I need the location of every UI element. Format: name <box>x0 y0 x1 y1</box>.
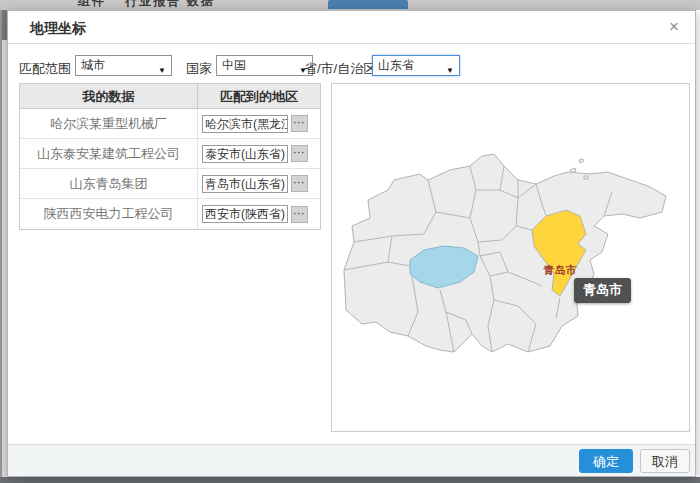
matched-region-input[interactable]: 西安市(陕西省) <box>202 205 288 223</box>
matched-region-input[interactable]: 泰安市(山东省) <box>202 145 288 163</box>
province-value: 山东省 <box>378 58 414 72</box>
match-table: 我的数据 匹配到的地区 哈尔滨某重型机械厂 哈尔滨市(黑龙江 ··· 山东泰安某… <box>19 83 321 230</box>
more-options-button[interactable]: ··· <box>291 206 308 223</box>
background-tabs-text: 组件 行业报告 数据 <box>78 0 215 10</box>
province-select[interactable]: 山东省 ▼ <box>372 55 460 76</box>
background-bottom-edge <box>0 477 700 483</box>
matched-region-cell: 青岛市(山东省) ··· <box>197 169 320 198</box>
dialog-header: 地理坐标 × <box>8 11 695 44</box>
matched-region-cell: 哈尔滨市(黑龙江 ··· <box>197 109 320 138</box>
my-data-cell: 陕西西安电力工程公司 <box>20 205 197 223</box>
map-province-outline[interactable] <box>344 154 666 352</box>
table-row: 山东泰安某建筑工程公司 泰安市(山东省) ··· <box>20 139 320 169</box>
country-value: 中国 <box>222 58 246 72</box>
background-active-tab <box>328 0 408 9</box>
match-scope-value: 城市 <box>81 58 105 72</box>
country-label: 国家 <box>186 60 212 78</box>
background-left-edge <box>0 10 7 477</box>
table-header-row: 我的数据 匹配到的地区 <box>20 84 320 109</box>
cancel-button[interactable]: 取消 <box>640 449 690 473</box>
my-data-cell: 山东青岛集团 <box>20 175 197 193</box>
matched-region-input[interactable]: 哈尔滨市(黑龙江 <box>202 115 288 133</box>
table-row: 山东青岛集团 青岛市(山东省) ··· <box>20 169 320 199</box>
matched-region-cell: 泰安市(山东省) ··· <box>197 139 320 168</box>
dialog-footer: 确定 取消 <box>8 444 695 476</box>
more-options-button[interactable]: ··· <box>291 115 308 132</box>
matched-region-input[interactable]: 青岛市(山东省) <box>202 175 288 193</box>
country-select[interactable]: 中国 ▼ <box>216 55 313 76</box>
map-tooltip: 青岛市 <box>574 278 631 303</box>
chevron-down-icon: ▼ <box>446 61 454 80</box>
background-page-strip: 组件 行业报告 数据 <box>0 0 700 10</box>
my-data-cell: 山东泰安某建筑工程公司 <box>20 145 197 163</box>
table-header-matched-region: 匹配到的地区 <box>197 84 320 108</box>
more-options-button[interactable]: ··· <box>291 145 308 162</box>
shandong-map: 青岛市 <box>332 84 689 431</box>
province-label: 省/市/自治区 <box>304 60 376 78</box>
map-island <box>584 176 588 179</box>
province-map-panel: 青岛市 青岛市 <box>331 83 690 432</box>
more-options-button[interactable]: ··· <box>291 175 308 192</box>
chevron-down-icon: ▼ <box>158 61 166 80</box>
matched-region-cell: 西安市(陕西省) ··· <box>197 199 320 229</box>
dialog-title: 地理坐标 <box>30 20 86 38</box>
map-region-label: 青岛市 <box>543 264 577 276</box>
table-row: 哈尔滨某重型机械厂 哈尔滨市(黑龙江 ··· <box>20 109 320 139</box>
my-data-cell: 哈尔滨某重型机械厂 <box>20 115 197 133</box>
close-icon[interactable]: × <box>663 16 685 38</box>
confirm-button[interactable]: 确定 <box>579 449 633 473</box>
map-island <box>579 159 584 163</box>
table-header-my-data: 我的数据 <box>20 84 197 108</box>
match-scope-select[interactable]: 城市 ▼ <box>75 55 172 76</box>
table-row: 陕西西安电力工程公司 西安市(陕西省) ··· <box>20 199 320 229</box>
geo-coordinates-dialog: 地理坐标 × 匹配范围： 城市 ▼ 国家 中国 ▼ 省/市/自治区 山东省 ▼ … <box>7 10 696 477</box>
